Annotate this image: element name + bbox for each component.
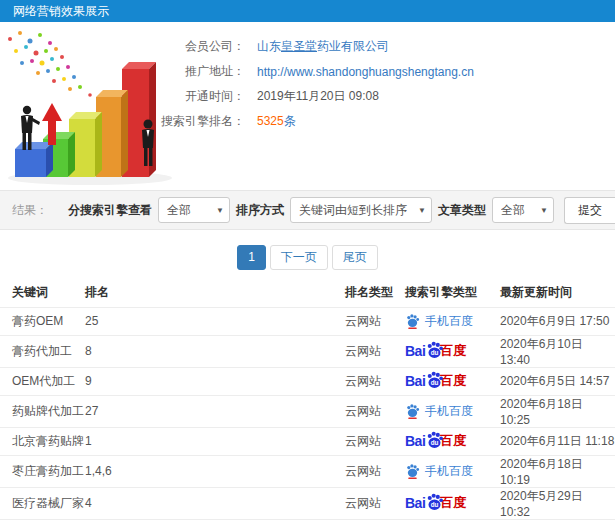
svg-text:du: du <box>431 501 439 508</box>
baidu-bai-text: Bai <box>405 495 425 511</box>
engine-type-cell: Bai du 百度 手机百度 <box>405 455 500 487</box>
submit-button[interactable]: 提交 <box>564 197 615 224</box>
rank-link[interactable]: 4 <box>85 487 345 519</box>
rank-link[interactable]: 8 <box>85 335 345 367</box>
update-time-cell: 2020年6月18日 10:19 <box>500 455 615 487</box>
col-rank-type: 排名类型 <box>345 278 405 307</box>
baidu-bai-text: Bai <box>405 343 425 359</box>
engine-type-cell: Bai du 百度 手机百度 <box>405 395 500 427</box>
rank-link[interactable]: 9 <box>85 367 345 395</box>
article-type-select-wrap: 全部 ▼ <box>492 197 554 223</box>
update-time-cell: 2020年6月11日 11:18 <box>500 427 615 455</box>
rank-type-cell: 云网站 <box>345 395 405 427</box>
bar-blue <box>15 142 53 177</box>
rank-type-cell: 云网站 <box>345 307 405 335</box>
update-time-cell: 2020年6月10日 13:40 <box>500 335 615 367</box>
rank-type-cell: 云网站 <box>345 487 405 519</box>
sort-label: 排序方式 <box>236 202 284 219</box>
table-row: 北京膏药贴牌 1 云网站 Bai du 百度 <box>0 427 615 455</box>
results-table: 关键词 排名 排名类型 搜索引擎类型 最新更新时间 膏药OEM 25 云网站 B… <box>0 278 615 520</box>
promo-url-row: 推广地址： http://www.shandonghuangshengtang.… <box>143 59 474 84</box>
mobile-baidu-logo: 手机百度 <box>405 403 473 420</box>
mobile-baidu-logo: 手机百度 <box>405 463 473 480</box>
keyword-cell: 枣庄膏药加工 <box>0 455 85 487</box>
table-row: 药贴牌代加工 27 云网站 Bai du 百度 <box>0 395 615 427</box>
engine-type-cell: Bai du 百度 手机百度 <box>405 487 500 519</box>
engine-type-cell: Bai du 百度 手机百度 <box>405 307 500 335</box>
keyword-cell: 膏药代加工 <box>0 335 85 367</box>
table-row: 膏药代加工 8 云网站 Bai du 百度 <box>0 335 615 367</box>
update-time-cell: 2020年5月29日 10:32 <box>500 487 615 519</box>
page-title: 网络营销效果展示 <box>13 4 109 18</box>
col-update-time: 最新更新时间 <box>500 278 615 307</box>
baidu-logo: Bai du 百度 <box>405 432 466 451</box>
engine-filter-label: 分搜索引擎查看 <box>68 202 152 219</box>
page-1-button[interactable]: 1 <box>237 245 266 270</box>
mobile-baidu-paw-icon <box>405 313 420 329</box>
engine-rank-value: 5325条 <box>257 113 296 130</box>
table-row: OEM代加工 9 云网站 Bai du 百度 <box>0 367 615 395</box>
page-title-bar: 网络营销效果展示 <box>0 0 615 22</box>
keyword-cell: 膏药OEM <box>0 307 85 335</box>
company-link[interactable]: 山东皇圣堂药业有限公司 <box>257 38 389 55</box>
rank-type-cell: 云网站 <box>345 335 405 367</box>
mobile-baidu-logo: 手机百度 <box>405 313 473 330</box>
page: 网络营销效果展示 <box>0 0 615 520</box>
rank-type-cell: 云网站 <box>345 455 405 487</box>
mobile-baidu-paw-icon <box>405 403 420 419</box>
engine-type-cell: Bai du 百度 手机百度 <box>405 367 500 395</box>
mobile-baidu-label: 手机百度 <box>425 463 473 480</box>
engine-type-cell: Bai du 百度 手机百度 <box>405 335 500 367</box>
filter-bar: 结果： 分搜索引擎查看 全部 ▼ 排序方式 关键词由短到长排序 ▼ 文章类型 全… <box>0 190 615 230</box>
keyword-cell: 药贴牌代加工 <box>0 395 85 427</box>
baidu-bai-text: Bai <box>405 373 425 389</box>
rank-link[interactable]: 1,4,6 <box>85 455 345 487</box>
result-label: 结果： <box>12 202 48 219</box>
svg-text:du: du <box>431 349 439 356</box>
article-type-label: 文章类型 <box>438 202 486 219</box>
keyword-cell: 北京膏药贴牌 <box>0 427 85 455</box>
sort-select-wrap: 关键词由短到长排序 ▼ <box>290 197 432 223</box>
engine-filter-select[interactable]: 全部 <box>158 197 230 223</box>
filter-controls: 分搜索引擎查看 全部 ▼ 排序方式 关键词由短到长排序 ▼ 文章类型 全部 ▼ <box>68 197 615 224</box>
open-time-value: 2019年11月20日 09:08 <box>257 88 379 105</box>
baidu-logo: Bai du 百度 <box>405 494 466 513</box>
col-keyword: 关键词 <box>0 278 85 307</box>
rank-link[interactable]: 25 <box>85 307 345 335</box>
update-time-cell: 2020年6月18日 10:25 <box>500 395 615 427</box>
col-rank: 排名 <box>85 278 345 307</box>
next-page-button[interactable]: 下一页 <box>270 245 328 270</box>
info-section: 会员公司： 山东皇圣堂药业有限公司 推广地址： http://www.shand… <box>0 22 615 190</box>
rank-link[interactable]: 27 <box>85 395 345 427</box>
baidu-logo: Bai du 百度 <box>405 342 466 361</box>
table-row: 膏药OEM 25 云网站 Bai du 百度 <box>0 307 615 335</box>
sort-select[interactable]: 关键词由短到长排序 <box>290 197 432 223</box>
mobile-baidu-label: 手机百度 <box>425 313 473 330</box>
open-time-row: 开通时间： 2019年11月20日 09:08 <box>143 84 474 109</box>
baidu-paw-icon: du <box>425 370 444 389</box>
col-engine-type: 搜索引擎类型 <box>405 278 500 307</box>
keyword-cell: 医疗器械厂家 <box>0 487 85 519</box>
company-label: 会员公司： <box>143 38 245 55</box>
open-time-label: 开通时间： <box>143 88 245 105</box>
promo-url-link[interactable]: http://www.shandonghuangshengtang.cn <box>257 65 474 79</box>
rank-type-cell: 云网站 <box>345 427 405 455</box>
baidu-paw-icon: du <box>425 430 444 449</box>
baidu-bai-text: Bai <box>405 433 425 449</box>
article-type-select[interactable]: 全部 <box>492 197 554 223</box>
table-row: 枣庄膏药加工 1,4,6 云网站 Bai du 百度 <box>0 455 615 487</box>
engine-rank-row: 搜索引擎排名： 5325条 <box>143 109 474 134</box>
company-row: 会员公司： 山东皇圣堂药业有限公司 <box>143 34 474 59</box>
pagination: 1 下一页 尾页 <box>0 245 615 270</box>
update-time-cell: 2020年6月5日 14:57 <box>500 367 615 395</box>
info-rows: 会员公司： 山东皇圣堂药业有限公司 推广地址： http://www.shand… <box>143 34 474 134</box>
svg-text:du: du <box>431 439 439 446</box>
keyword-cell: OEM代加工 <box>0 367 85 395</box>
mobile-baidu-label: 手机百度 <box>425 403 473 420</box>
baidu-logo: Bai du 百度 <box>405 372 466 391</box>
rank-link[interactable]: 1 <box>85 427 345 455</box>
last-page-button[interactable]: 尾页 <box>332 245 378 270</box>
svg-text:du: du <box>431 379 439 386</box>
update-time-cell: 2020年6月9日 17:50 <box>500 307 615 335</box>
promo-url-label: 推广地址： <box>143 63 245 80</box>
